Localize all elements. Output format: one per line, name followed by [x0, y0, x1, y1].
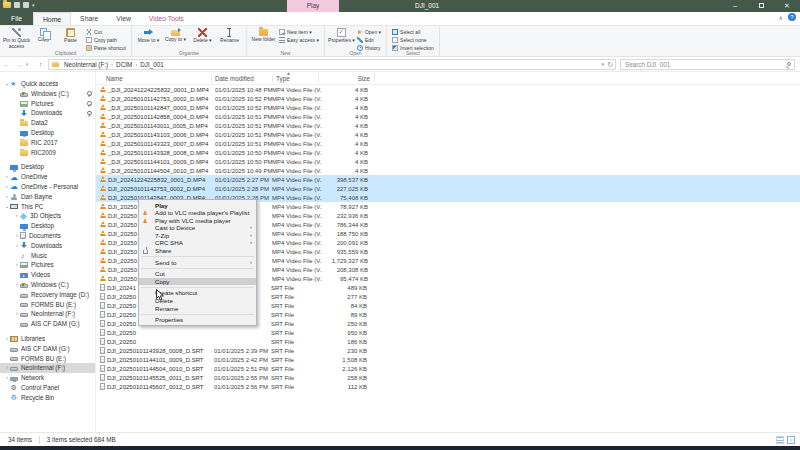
- address-bar[interactable]: NeoInternal (F:) › DCIM › DJI_001 ▾ ↻: [48, 59, 616, 70]
- menu-item-play-with-vlc-media-player[interactable]: Play with VLC media player: [139, 217, 256, 225]
- large-icons-view-icon[interactable]: [787, 436, 795, 444]
- sidebar-item-windows-c[interactable]: ›Windows (C:): [0, 280, 95, 290]
- file-row[interactable]: DJI_20250SRT File186 KB: [96, 337, 800, 346]
- breadcrumb-drive[interactable]: NeoInternal (F:): [62, 61, 110, 68]
- sidebar-item-pictures[interactable]: ›Pictures: [0, 260, 95, 270]
- file-row[interactable]: DJI_20250101144101_0009_D.SRT01/01/2025 …: [96, 355, 800, 364]
- file-row[interactable]: _DJI_20250101142858_0004_D.MP401/01/2025…: [96, 112, 800, 121]
- menu-item-play[interactable]: Play: [139, 202, 256, 210]
- menu-item-cut[interactable]: Cut: [139, 270, 256, 278]
- maximize-button[interactable]: [748, 0, 774, 12]
- refresh-icon[interactable]: ↻: [607, 60, 613, 69]
- cut-button[interactable]: Cut: [84, 28, 128, 36]
- sidebar-item-forms-bu-e[interactable]: FORMS BU (E:): [0, 300, 95, 310]
- sidebar-item-ais-cf-dam-g[interactable]: AIS CF DAM (G:): [0, 319, 95, 329]
- sidebar-item-recovery-image-d[interactable]: Recovery Image (D:): [0, 290, 95, 300]
- file-row[interactable]: DJI_20241224225832_0001_D.MP401/01/2025 …: [96, 175, 800, 184]
- column-header-size[interactable]: Size: [322, 72, 370, 85]
- new-folder-button[interactable]: New folder: [250, 27, 277, 43]
- sidebar-item-videos[interactable]: Videos: [0, 270, 95, 280]
- file-row[interactable]: _DJI_20250101144504_0010_D.MP401/01/2025…: [96, 166, 800, 175]
- sidebar-item-neointernal-f[interactable]: ›NeoInternal (F:): [0, 363, 95, 373]
- sidebar-item-ais-cf-dam-g[interactable]: AIS CF DAM (G:): [0, 344, 95, 354]
- menu-item-cast-to-device[interactable]: Cast to Device›: [139, 224, 256, 232]
- taskbar[interactable]: [0, 446, 800, 450]
- file-row[interactable]: DJI_20250101142753_0002_D.MP401/01/2025 …: [96, 184, 800, 193]
- menu-item-properties[interactable]: Properties: [139, 316, 256, 324]
- file-row[interactable]: _DJI_20250101143323_0007_D.MP401/01/2025…: [96, 139, 800, 148]
- sidebar-item-this-pc[interactable]: ⌄This PC: [0, 202, 95, 212]
- file-row[interactable]: _DJI_20250101142847_0003_D.MP401/01/2025…: [96, 103, 800, 112]
- contextual-tab-play[interactable]: Play: [287, 0, 339, 12]
- file-row[interactable]: DJI_20250101145607_0012_D.SRT01/01/2025 …: [96, 382, 800, 391]
- file-row[interactable]: _DJI_20250101143011_0005_D.MP401/01/2025…: [96, 121, 800, 130]
- sidebar-item-downloads[interactable]: ›Downloads: [0, 241, 95, 251]
- menu-item-share[interactable]: Share: [139, 247, 256, 255]
- breadcrumb-current-folder[interactable]: DJI_001: [138, 61, 165, 68]
- sidebar-item-ric2009[interactable]: RIC2009: [0, 148, 95, 158]
- details-view-icon[interactable]: [776, 436, 784, 444]
- sidebar-item-desktop[interactable]: Desktop: [0, 221, 95, 231]
- menu-item-7-zip[interactable]: 7-Zip›: [139, 232, 256, 240]
- sidebar-item-recycle-bin[interactable]: Recycle Bin: [0, 393, 95, 403]
- file-row[interactable]: DJI_20250101145525_0011_D.SRT01/01/2025 …: [96, 373, 800, 382]
- tab-view[interactable]: View: [107, 12, 140, 25]
- column-resize-handle[interactable]: [374, 74, 375, 82]
- column-resize-handle[interactable]: [318, 74, 319, 82]
- copy-to-button[interactable]: Copy to ▾: [162, 27, 189, 43]
- sidebar-item-documents[interactable]: ›Documents: [0, 231, 95, 241]
- qat-newfolder-icon[interactable]: [23, 2, 29, 8]
- properties-button[interactable]: Properties ▾: [328, 27, 355, 44]
- sidebar-item-onedrive-personal[interactable]: ›OneDrive - Personal: [0, 182, 95, 192]
- sidebar-item-windows-c[interactable]: Windows (C:): [0, 89, 95, 99]
- tab-video-tools[interactable]: Video Tools: [140, 12, 193, 25]
- column-header-date-modified[interactable]: Date modified: [215, 72, 254, 85]
- qat-customize-chevron-icon[interactable]: ▾: [32, 2, 35, 8]
- sidebar-item-pictures[interactable]: Pictures: [0, 99, 95, 109]
- file-row[interactable]: _DJI_20250101144101_0009_D.MP401/01/2025…: [96, 157, 800, 166]
- sidebar-item-control-panel[interactable]: Control Panel: [0, 383, 95, 393]
- sidebar-item-desktop[interactable]: Desktop: [0, 128, 95, 138]
- help-icon[interactable]: ?: [788, 13, 796, 21]
- sidebar-item-dan-bayne[interactable]: ›Dan Bayne: [0, 192, 95, 202]
- menu-item-crc-sha[interactable]: CRC SHA›: [139, 239, 256, 247]
- file-row[interactable]: _DJI_20250101143103_0006_D.MP401/01/2025…: [96, 130, 800, 139]
- close-button[interactable]: ✕: [774, 0, 800, 12]
- column-resize-handle[interactable]: [272, 74, 273, 82]
- tab-home[interactable]: Home: [33, 12, 71, 25]
- sidebar-item-quick-access[interactable]: ⌄Quick access: [0, 79, 95, 89]
- sidebar-item-libraries[interactable]: ›Libraries: [0, 334, 95, 344]
- new-item-button[interactable]: New item ▾: [277, 28, 321, 36]
- open-button[interactable]: Open ▾: [355, 28, 383, 36]
- file-row[interactable]: DJI_20250SRT File950 KB: [96, 328, 800, 337]
- easy-access-button[interactable]: Easy access ▾: [277, 36, 321, 44]
- forward-icon[interactable]: →: [13, 61, 26, 68]
- address-dropdown-chevron-icon[interactable]: ▾: [602, 61, 605, 67]
- select-all-button[interactable]: Select all: [390, 28, 436, 36]
- search-box[interactable]: [620, 59, 795, 70]
- menu-item-add-to-vlc-media-player-s-playlist[interactable]: Add to VLC media player's Playlist: [139, 209, 256, 217]
- menu-item-copy[interactable]: Copy: [139, 278, 256, 286]
- sidebar-item-forms-bu-e[interactable]: FORMS BU (E:): [0, 354, 95, 364]
- tab-file[interactable]: File: [0, 12, 33, 25]
- select-none-button[interactable]: Select none: [390, 36, 436, 44]
- sidebar-item-ric-2017[interactable]: RIC 2017: [0, 138, 95, 148]
- up-icon[interactable]: ↑: [34, 61, 47, 68]
- column-header-name[interactable]: Name: [106, 72, 123, 85]
- delete-button[interactable]: Delete ▾: [189, 27, 216, 44]
- paste-button[interactable]: Paste: [57, 27, 84, 44]
- file-row[interactable]: DJI_20250101144504_0010_D.SRT01/01/2025 …: [96, 364, 800, 373]
- pin-to-quick-access-button[interactable]: Pin to Quick access: [3, 27, 30, 50]
- rename-button[interactable]: Rename: [216, 27, 243, 44]
- file-row[interactable]: _DJI_20250101142753_0002_D.MP401/01/2025…: [96, 94, 800, 103]
- column-resize-handle[interactable]: [211, 74, 212, 82]
- minimize-button[interactable]: –: [722, 0, 748, 12]
- search-input[interactable]: [621, 60, 794, 69]
- collapse-ribbon-icon[interactable]: ∧: [779, 14, 783, 21]
- recent-locations-chevron-icon[interactable]: ▾: [26, 61, 34, 67]
- qat-properties-icon[interactable]: [14, 2, 20, 8]
- back-icon[interactable]: ←: [0, 61, 13, 68]
- sidebar-item-3d-objects[interactable]: ›3D Objects: [0, 211, 95, 221]
- sidebar-item-network[interactable]: ›Network: [0, 373, 95, 383]
- sidebar-item-downloads[interactable]: Downloads: [0, 108, 95, 118]
